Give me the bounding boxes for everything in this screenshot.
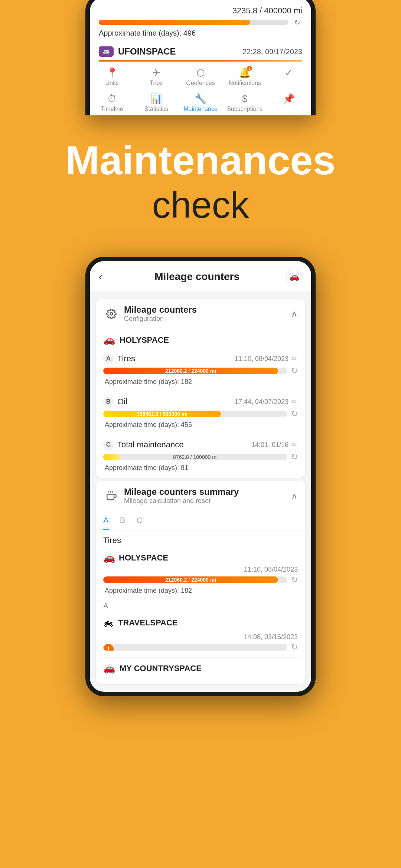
ufo-name: UFOINSPACE bbox=[118, 46, 176, 57]
refresh-icon[interactable]: ↻ bbox=[292, 17, 302, 27]
nav-item-geofences[interactable]: ⬡ Geofences bbox=[178, 63, 222, 89]
bottom-phone: ‹ Mileage counters 🚗 bbox=[85, 257, 316, 696]
nav-item-maintenance[interactable]: 🔧 Maintenance bbox=[178, 89, 222, 115]
summary-collapse-icon[interactable]: ∧ bbox=[291, 491, 298, 501]
total-progress-bar: 8762.8 / 100000 mi bbox=[103, 454, 287, 460]
bottom-phone-screen: ‹ Mileage counters 🚗 bbox=[90, 261, 311, 692]
countryspace-name: MY COUNTRYSPACE bbox=[120, 664, 202, 673]
total-date: 14:01, 01/16 bbox=[251, 441, 288, 449]
summary-icon bbox=[103, 488, 120, 504]
tires-header: A Tires 11:10, 08/04/2023 ✏ bbox=[103, 354, 298, 364]
oil-bar-fill: 358461.9 / 560000 mi bbox=[103, 411, 221, 417]
nav-item-subscriptions[interactable]: $ Subscriptions bbox=[223, 89, 267, 115]
holyspace-s-refresh[interactable]: ↻ bbox=[291, 575, 298, 585]
oil-progress-row: 358461.9 / 560000 mi ↻ bbox=[103, 409, 298, 419]
holyspace-s-bar-fill: 212060.2 / 224000 mi bbox=[103, 576, 278, 583]
countryspace-row: 🚗 MY COUNTRYSPACE bbox=[96, 658, 305, 677]
nav-item-pin[interactable]: 📌 bbox=[267, 89, 311, 115]
total-bar-fill bbox=[103, 454, 120, 460]
trips-icon: ✈ bbox=[152, 67, 160, 79]
holyspace-car-icon: 🚗 bbox=[103, 334, 115, 346]
top-phone-screen: 3235.8 / 400000 mi ↻ Approximate time (d… bbox=[90, 0, 311, 115]
maint-item-tires: A Tires 11:10, 08/04/2023 ✏ 212060.2 / 2… bbox=[96, 349, 305, 392]
mileage-bar-fill bbox=[99, 20, 250, 25]
car-avatar: 🚗 bbox=[286, 269, 302, 285]
mileage-counters-title-block: Mileage counters Configuration bbox=[124, 305, 291, 323]
total-refresh-icon[interactable]: ↻ bbox=[291, 452, 298, 462]
tires-approx: Approximate time (days): 182 bbox=[103, 378, 298, 386]
geofences-icon: ⬡ bbox=[196, 67, 205, 79]
holyspace-s-label: 212060.2 / 224000 mi bbox=[165, 577, 216, 583]
units-icon: 📍 bbox=[106, 67, 118, 79]
nav-item-units[interactable]: 📍 Units bbox=[90, 63, 134, 89]
nav-item-timeline[interactable]: ⏱ Timeline bbox=[90, 89, 134, 115]
bottom-nav-row1: 📍 Units ✈ Trips ⬡ Geofences 🔔 1 bbox=[90, 63, 311, 89]
section-label-a: A bbox=[96, 598, 305, 612]
total-progress-row: 8762.8 / 100000 mi ↻ bbox=[103, 452, 298, 462]
tires-bar-fill: 212060.2 / 224000 mi bbox=[103, 368, 278, 374]
geofences-label: Geofences bbox=[186, 80, 215, 86]
nav-item-notifications[interactable]: 🔔 1 Notifications bbox=[223, 63, 267, 89]
notifications-badge: 🔔 1 bbox=[239, 67, 251, 79]
mileage-counters-section: Mileage counters Configuration ∧ 🚗 HOLYS… bbox=[96, 299, 305, 478]
units-label: Units bbox=[105, 80, 118, 86]
oil-progress-label: 358461.9 / 560000 mi bbox=[137, 411, 188, 417]
headline-main: Maintenances bbox=[65, 138, 335, 183]
tires-date: 11:10, 08/04/2023 bbox=[235, 355, 288, 363]
collapse-icon[interactable]: ∧ bbox=[291, 309, 298, 319]
orange-progress-bar bbox=[99, 60, 302, 62]
oil-date: 17:44, 04/07/2023 bbox=[235, 398, 288, 406]
countryspace-icon: 🚗 bbox=[103, 662, 115, 674]
travelspace-date: 14:08, 03/16/2023 bbox=[103, 633, 298, 641]
tab-a[interactable]: A bbox=[103, 516, 109, 530]
travelspace-refresh[interactable]: ↻ bbox=[291, 642, 298, 652]
tab-b[interactable]: B bbox=[120, 516, 125, 530]
travelspace-name: TRAVELSPACE bbox=[118, 618, 178, 628]
holyspace-s-bar-bg: 212060.2 / 224000 mi bbox=[103, 576, 287, 583]
total-approx: Approximate time (days): 81 bbox=[103, 464, 298, 472]
bottom-nav-row2: ⏱ Timeline 📊 Statistics 🔧 Maintenance $ … bbox=[90, 89, 311, 115]
subscriptions-icon: $ bbox=[242, 93, 247, 105]
top-phone: 3235.8 / 400000 mi ↻ Approximate time (d… bbox=[85, 0, 316, 115]
tires-edit-icon[interactable]: ✏ bbox=[291, 354, 298, 363]
holyspace-summary-row: 🚗 HOLYSPACE 11:10, 08/04/2023 212060.2 /… bbox=[96, 547, 305, 598]
tires-refresh-icon[interactable]: ↻ bbox=[291, 366, 298, 376]
total-progress-label: 8762.8 / 100000 mi bbox=[173, 454, 218, 460]
nav-item-trips[interactable]: ✈ Trips bbox=[134, 63, 178, 89]
oil-approx: Approximate time (days): 455 bbox=[103, 421, 298, 429]
maint-item-total: C Total maintenance 14:01, 01/16 ✏ 8762.… bbox=[96, 435, 305, 478]
total-edit-icon[interactable]: ✏ bbox=[291, 440, 298, 449]
holyspace-summary-icon: 🚗 bbox=[103, 552, 115, 563]
holyspace-summary-progress: 212060.2 / 224000 mi ↻ bbox=[103, 575, 298, 585]
statistics-icon: 📊 bbox=[150, 93, 162, 105]
summary-section: Mileage counters summary Mileage calcula… bbox=[96, 481, 305, 684]
travelspace-progress: ! 155029.4 / 100000 mi ↻ bbox=[103, 642, 298, 652]
maintenance-label: Maintenance bbox=[183, 106, 218, 112]
oil-refresh-icon[interactable]: ↻ bbox=[291, 409, 298, 419]
tab-c[interactable]: C bbox=[136, 516, 142, 530]
nav-item-statistics[interactable]: 📊 Statistics bbox=[134, 89, 178, 115]
oil-edit-icon[interactable]: ✏ bbox=[291, 397, 298, 406]
top-screen-content: 3235.8 / 400000 mi ↻ Approximate time (d… bbox=[90, 0, 311, 115]
notifications-label: Notifications bbox=[229, 80, 261, 86]
screen-header: ‹ Mileage counters 🚗 bbox=[90, 261, 311, 291]
oil-name: Oil bbox=[117, 397, 235, 407]
summary-title-block: Mileage counters summary Mileage calcula… bbox=[124, 487, 291, 505]
ufo-date: 22:28, 09/17/2023 bbox=[242, 47, 302, 56]
tires-letter: A bbox=[103, 354, 114, 364]
bottom-phone-wrapper: ‹ Mileage counters 🚗 bbox=[0, 257, 401, 719]
top-phone-wrapper: 3235.8 / 400000 mi ↻ Approximate time (d… bbox=[0, 0, 401, 123]
svg-point-0 bbox=[110, 312, 113, 315]
travelspace-warn-row: ! bbox=[103, 644, 287, 651]
oil-header: B Oil 17:44, 04/07/2023 ✏ bbox=[103, 397, 298, 407]
holyspace-s-approx: Approximate time (days): 182 bbox=[103, 587, 298, 595]
back-button[interactable]: ‹ bbox=[99, 271, 102, 283]
holyspace-name: HOLYSPACE bbox=[120, 335, 169, 345]
scroll-content: Mileage counters Configuration ∧ 🚗 HOLYS… bbox=[90, 291, 311, 692]
summary-title: Mileage counters summary bbox=[124, 487, 291, 497]
trips-label: Trips bbox=[150, 80, 163, 86]
travelspace-bar-bg: ! 155029.4 / 100000 mi bbox=[103, 644, 287, 651]
check-icon: ✓ bbox=[285, 67, 293, 79]
timeline-icon: ⏱ bbox=[107, 93, 117, 105]
nav-item-check[interactable]: ✓ bbox=[267, 63, 311, 89]
